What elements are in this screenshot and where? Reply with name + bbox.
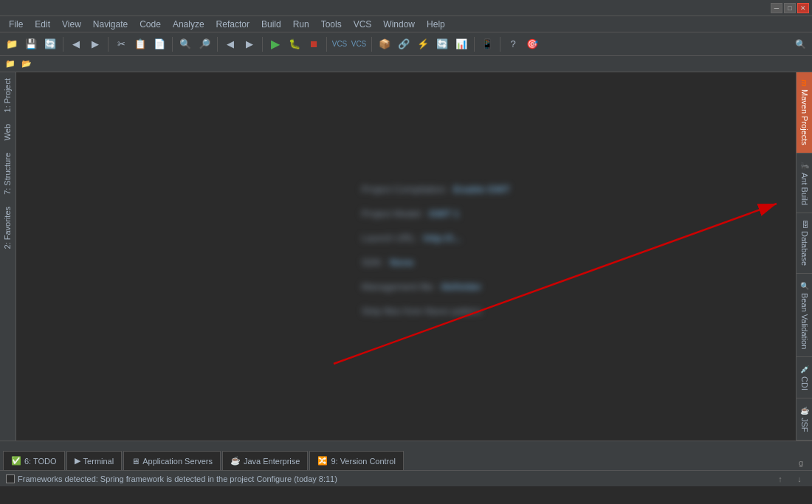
maven-icon: m	[800, 80, 808, 86]
main-layout: 1: Project Web 7: Structure 2: Favorites…	[0, 72, 812, 441]
right-tab-cdi[interactable]: 💉 CDI	[796, 357, 812, 398]
terminal-icon: ▶	[75, 456, 80, 466]
blurred-content: Project Compilation: Enable GWT Project …	[362, 184, 510, 330]
toolbar-db[interactable]: 📊	[453, 35, 470, 53]
blurred-line-5: Management file: lib/folder	[362, 281, 510, 292]
toolbar-separator-3	[172, 37, 173, 52]
menu-analyze[interactable]: Analyze	[167, 18, 210, 31]
toolbar-replace[interactable]: 🔎	[196, 35, 213, 53]
right-tab-jsf[interactable]: ☕ JSF	[796, 398, 812, 441]
sidebar-item-web[interactable]: Web	[0, 118, 16, 146]
menu-edit[interactable]: Edit	[29, 18, 56, 31]
sidebar-item-structure[interactable]: 7: Structure	[0, 147, 16, 201]
app-servers-icon: 🖥	[131, 457, 140, 466]
status-down-icon[interactable]: ↓	[793, 472, 806, 486]
toolbar-separator-2	[108, 37, 109, 52]
jsf-icon: ☕	[800, 406, 808, 415]
status-text: Frameworks detected: Spring framework is…	[18, 474, 337, 483]
menu-navigate[interactable]: Navigate	[87, 18, 134, 31]
toolbar-vcs2[interactable]: VCS	[350, 35, 368, 53]
toolbar-help[interactable]: ?	[504, 35, 522, 53]
menu-help[interactable]: Help	[421, 18, 451, 31]
menu-window[interactable]: Window	[377, 18, 421, 31]
toolbar-nav-back[interactable]: ◀	[221, 35, 239, 53]
menu-refactor[interactable]: Refactor	[210, 18, 255, 31]
toolbar-separator-9	[500, 37, 500, 52]
toolbar-stop[interactable]: ⏹	[305, 35, 323, 53]
tab-todo[interactable]: ✅ 6: TODO	[3, 451, 65, 470]
left-side-tabs: 1: Project Web 7: Structure 2: Favorites	[0, 72, 16, 441]
menu-vcs[interactable]: VCS	[348, 18, 378, 31]
database-icon: 🗄	[800, 221, 809, 228]
content-area: Project Compilation: Enable GWT Project …	[16, 72, 796, 441]
toolbar-deploy[interactable]: 🔄	[433, 35, 451, 53]
toolbar-copy[interactable]: 📋	[131, 35, 149, 53]
bean-icon: 🔍	[800, 281, 808, 290]
toolbar-back[interactable]: ◀	[67, 35, 85, 53]
minimize-button[interactable]: ─	[771, 3, 782, 13]
status-right: ↑ ↓	[774, 472, 806, 486]
status-bar: Frameworks detected: Spring framework is…	[0, 470, 812, 486]
right-tab-database[interactable]: 🗄 Database	[796, 213, 812, 274]
toolbar-paste[interactable]: 📄	[151, 35, 168, 53]
toolbar-vcs1[interactable]: VCS	[331, 35, 348, 53]
menu-code[interactable]: Code	[134, 18, 167, 31]
menu-bar: File Edit View Navigate Code Analyze Ref…	[0, 16, 812, 32]
toolbar-find[interactable]: 🔍	[176, 35, 194, 53]
secondary-toolbar: 📁 📂	[0, 56, 812, 72]
tab-app-servers[interactable]: 🖥 Application Servers	[123, 451, 221, 470]
close-button[interactable]: ✕	[797, 3, 809, 13]
menu-view[interactable]: View	[56, 18, 87, 31]
menu-file[interactable]: File	[3, 18, 29, 31]
toolbar-forward[interactable]: ▶	[86, 35, 104, 53]
tab-version-control[interactable]: 🔀 9: Version Control	[309, 451, 403, 470]
toolbar-refresh[interactable]: ⚡	[414, 35, 432, 53]
search-icon[interactable]: 🔍	[791, 35, 809, 53]
toolbar-run[interactable]: ▶	[266, 35, 284, 53]
blurred-line-2: Project Model: GWT 1	[362, 208, 510, 219]
toolbar-debug[interactable]: 🐛	[286, 35, 303, 53]
toolbar-nav-fwd[interactable]: ▶	[241, 35, 258, 53]
toolbar-build1[interactable]: 📦	[376, 35, 393, 53]
toolbar-save[interactable]: 💾	[22, 35, 40, 53]
status-up-icon[interactable]: ↑	[774, 472, 787, 486]
toolbar-build2[interactable]: 🔗	[395, 35, 413, 53]
sidebar-item-project[interactable]: 1: Project	[0, 72, 16, 118]
svg-line-1	[334, 204, 777, 364]
window-controls[interactable]: ─ □ ✕	[771, 3, 809, 13]
toolbar-target[interactable]: 🎯	[523, 35, 541, 53]
right-tab-maven[interactable]: m Maven Projects	[796, 72, 812, 153]
tab-java-enterprise[interactable]: ☕ Java Enterprise	[222, 451, 308, 470]
annotation-arrow	[16, 72, 796, 441]
toolbar-cut[interactable]: ✂	[112, 35, 130, 53]
status-checkbox[interactable]	[6, 474, 15, 483]
java-enterprise-icon: ☕	[230, 456, 241, 466]
sec-folder2[interactable]: 📂	[19, 58, 34, 71]
sec-folder[interactable]: 📁	[3, 58, 18, 71]
toolbar-separator-6	[326, 37, 327, 52]
toolbar-open[interactable]: 📁	[3, 35, 21, 53]
bottom-right-indicator: g	[793, 455, 809, 470]
toolbar-device[interactable]: 📱	[478, 35, 496, 53]
maximize-button[interactable]: □	[784, 3, 796, 13]
menu-tools[interactable]: Tools	[315, 18, 348, 31]
right-tab-bean[interactable]: 🔍 Bean Validation	[796, 274, 812, 357]
menu-build[interactable]: Build	[255, 18, 287, 31]
menu-run[interactable]: Run	[287, 18, 315, 31]
main-toolbar: 📁 💾 🔄 ◀ ▶ ✂ 📋 📄 🔍 🔎 ◀ ▶ ▶ 🐛 ⏹ VCS VCS 📦 …	[0, 32, 812, 56]
blurred-line-4: SDK: None	[362, 257, 510, 268]
toolbar-sync[interactable]: 🔄	[41, 35, 59, 53]
toolbar-separator-8	[474, 37, 475, 52]
title-bar: ─ □ ✕	[0, 0, 812, 16]
cdi-icon: 💉	[800, 365, 808, 373]
tab-terminal[interactable]: ▶ Terminal	[66, 451, 123, 470]
sidebar-item-favorites[interactable]: 2: Favorites	[0, 201, 16, 255]
blurred-line-3: Launch URL: http://l...	[362, 232, 510, 244]
blurred-line-1: Project Compilation: Enable GWT	[362, 184, 510, 195]
blurred-line-6: Strip files from flavor pattern	[362, 305, 510, 317]
right-tab-ant[interactable]: 🐜 Ant Build	[796, 153, 812, 213]
toolbar-separator-7	[371, 37, 372, 52]
right-side-panel: m Maven Projects 🐜 Ant Build 🗄 Database …	[796, 72, 812, 441]
bottom-tabs-bar: ✅ 6: TODO ▶ Terminal 🖥 Application Serve…	[0, 441, 812, 470]
toolbar-separator-1	[63, 37, 63, 52]
